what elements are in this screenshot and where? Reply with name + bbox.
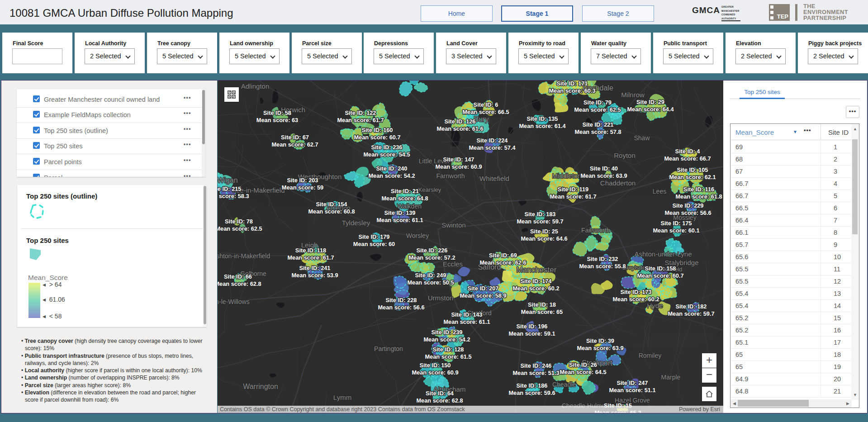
svg-text:Site ID: 40: Site ID: 40 [590, 165, 618, 172]
svg-text:Mean score: 51.3: Mean score: 51.3 [512, 370, 559, 376]
svg-text:Mean score: 57.2: Mean score: 57.2 [408, 254, 455, 261]
svg-text:Site ID: 139: Site ID: 139 [384, 209, 416, 216]
svg-text:Site ID: 126: Site ID: 126 [445, 118, 476, 125]
svg-text:Manchester: Manchester [517, 266, 557, 274]
svg-text:Mean score: 61.7: Mean score: 61.7 [550, 193, 596, 200]
svg-text:Lees: Lees [653, 188, 666, 195]
svg-text:Site ID: 105: Site ID: 105 [677, 166, 708, 173]
svg-text:Site ID: 160: Site ID: 160 [362, 127, 393, 133]
svg-text:Site ID: 249: Site ID: 249 [415, 272, 446, 279]
svg-text:Mean score: 61.1: Mean score: 61.1 [443, 318, 490, 325]
svg-text:Site ID: 221: Site ID: 221 [583, 121, 614, 128]
svg-text:Lymm: Lymm [333, 394, 351, 401]
svg-text:Mean score: 63.9: Mean score: 63.9 [577, 345, 623, 351]
svg-text:Site ID: 26: Site ID: 26 [569, 361, 597, 368]
svg-text:Site ID: 4: Site ID: 4 [675, 148, 701, 155]
svg-text:Mean score: 64.8: Mean score: 64.8 [381, 195, 428, 202]
svg-text:Mean score: 61.7: Mean score: 61.7 [287, 254, 334, 261]
svg-text:Mean score: 63.9: Mean score: 63.9 [580, 172, 627, 179]
svg-text:Mean score: 59.1: Mean score: 59.1 [508, 330, 555, 337]
svg-text:Mean score: 58.3: Mean score: 58.3 [218, 193, 249, 199]
svg-text:Mean score: 65: Mean score: 65 [521, 308, 563, 315]
svg-text:Mean score: 66.5: Mean score: 66.5 [462, 109, 509, 115]
svg-text:Eccles: Eccles [443, 260, 463, 268]
svg-text:Mean score: 62.5: Mean score: 62.5 [218, 225, 262, 232]
svg-text:Mean score: 62.7: Mean score: 62.7 [271, 141, 318, 148]
svg-text:Mean score: 64.4: Mean score: 64.4 [627, 106, 674, 113]
svg-text:Mean score: 53.9: Mean score: 53.9 [291, 272, 338, 279]
svg-text:Site ID: 173: Site ID: 173 [621, 289, 652, 295]
svg-text:Mean score: 62.5: Mean score: 62.5 [574, 106, 621, 113]
svg-text:Site ID: 78: Site ID: 78 [225, 218, 253, 225]
svg-text:Mean score: 61.4: Mean score: 61.4 [519, 123, 566, 129]
svg-text:Bury: Bury [474, 115, 489, 123]
svg-text:Site ID: 64: Site ID: 64 [426, 390, 454, 397]
svg-text:Site ID: 39: Site ID: 39 [586, 337, 614, 344]
svg-text:Mean score: 50.5: Mean score: 50.5 [407, 279, 454, 286]
svg-text:Site ID: 240: Site ID: 240 [376, 165, 408, 172]
svg-text:Site ID: 229: Site ID: 229 [673, 202, 704, 209]
svg-text:Mean score: 61.5: Mean score: 61.5 [425, 353, 471, 360]
svg-text:Site ID: 246: Site ID: 246 [521, 362, 552, 369]
svg-text:Site ID: 6: Site ID: 6 [474, 101, 498, 108]
svg-text:Site ID: 158: Site ID: 158 [645, 265, 676, 272]
svg-text:Mean score: 62.6: Mean score: 62.6 [479, 259, 526, 266]
svg-text:Mean score: 59.7: Mean score: 59.7 [517, 218, 563, 225]
svg-text:Mean score: 57.4: Mean score: 57.4 [469, 144, 516, 151]
svg-text:Site ID: 232: Site ID: 232 [587, 256, 618, 262]
svg-text:Farnworth: Farnworth [436, 172, 465, 180]
svg-text:Mean score: 54.2: Mean score: 54.2 [423, 336, 470, 343]
svg-text:Mean score: 64.6: Mean score: 64.6 [521, 235, 567, 242]
svg-text:Site ID: 58: Site ID: 58 [263, 109, 291, 116]
svg-text:Mean score: 59: Mean score: 59 [282, 184, 323, 191]
svg-text:Mean score: 60.9: Mean score: 60.9 [412, 369, 458, 376]
svg-text:Mean score: 59.7: Mean score: 59.7 [668, 310, 714, 317]
svg-text:Worsley: Worsley [406, 232, 429, 239]
svg-text:Site ID: 241: Site ID: 241 [299, 265, 331, 271]
svg-text:Kearsley: Kearsley [418, 186, 441, 193]
svg-text:Site ID: 29: Site ID: 29 [636, 99, 664, 105]
svg-text:Site ID: 128: Site ID: 128 [433, 346, 464, 353]
svg-text:Mean score: 56.6: Mean score: 56.6 [664, 209, 711, 216]
svg-text:Mean score: 54.2: Mean score: 54.2 [368, 172, 415, 179]
svg-text:Ashton-in-Makerfield: Ashton-in-Makerfield [218, 252, 270, 260]
svg-text:Site ID: 79: Site ID: 79 [583, 99, 612, 106]
svg-text:Walkden: Walkden [397, 203, 422, 210]
svg-text:Site ID: 154: Site ID: 154 [316, 201, 348, 208]
svg-text:Site ID: 228: Site ID: 228 [386, 297, 417, 303]
svg-text:Marple: Marple [661, 374, 681, 381]
svg-text:Mean score: 60.3: Mean score: 60.3 [549, 87, 595, 94]
svg-text:Site ID: 215: Site ID: 215 [218, 185, 242, 192]
svg-text:Partington: Partington [374, 345, 403, 352]
svg-text:Mean score: 60.8: Mean score: 60.8 [308, 208, 355, 215]
svg-text:Site ID: 186: Site ID: 186 [517, 382, 548, 389]
svg-text:Wigan: Wigan [218, 176, 238, 184]
svg-text:Romiley: Romiley [639, 352, 662, 359]
svg-text:Site ID: 118: Site ID: 118 [295, 247, 326, 254]
svg-text:Whitefield: Whitefield [479, 175, 509, 182]
svg-text:Site ID: 147: Site ID: 147 [443, 156, 474, 163]
svg-text:Mean score: 61.8: Mean score: 61.8 [675, 193, 722, 200]
svg-text:Mean score: 60.9: Mean score: 60.9 [435, 163, 482, 170]
svg-text:Milnrow: Milnrow [621, 91, 645, 99]
svg-text:Site ID: 122: Site ID: 122 [345, 109, 376, 116]
svg-text:Ashton-under-Lyne: Ashton-under-Lyne [634, 250, 692, 258]
svg-text:Hyde: Hyde [647, 302, 663, 309]
svg-text:Site ID: 119: Site ID: 119 [558, 186, 588, 193]
svg-text:Site ID: 175: Site ID: 175 [661, 220, 692, 227]
svg-text:Site ID: 236: Site ID: 236 [371, 144, 403, 151]
svg-text:Mean score: 54.5: Mean score: 54.5 [363, 151, 410, 158]
svg-text:Mean score: 55.8: Mean score: 55.8 [579, 263, 626, 270]
svg-text:Tyldesley: Tyldesley [342, 219, 370, 227]
svg-text:Site ID: 69: Site ID: 69 [489, 252, 517, 259]
svg-text:Mean score: 60.7: Mean score: 60.7 [637, 272, 683, 279]
svg-text:Site ID: 116: Site ID: 116 [683, 186, 714, 193]
svg-text:Site ID: 171: Site ID: 171 [557, 81, 588, 87]
svg-text:Mean score: 61.6: Mean score: 61.6 [436, 125, 483, 132]
svg-text:Urmston: Urmston [428, 294, 454, 302]
svg-text:Mean score: 59.6: Mean score: 59.6 [508, 389, 555, 396]
svg-text:Mean score: 62.1: Mean score: 62.1 [669, 174, 716, 180]
svg-text:Mean score: 62.8: Mean score: 62.8 [218, 280, 261, 287]
svg-text:Swinton: Swinton [441, 221, 465, 229]
svg-text:Site ID: 21: Site ID: 21 [391, 188, 419, 194]
